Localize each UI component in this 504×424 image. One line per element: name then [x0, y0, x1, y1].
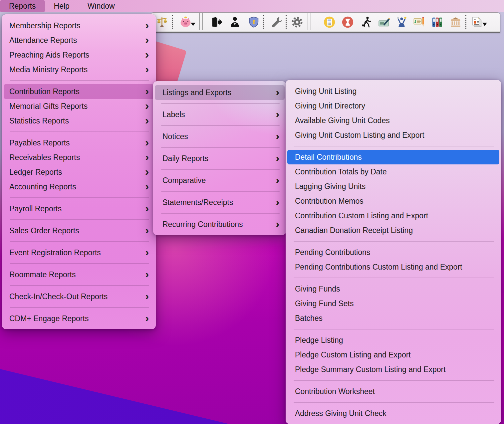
exit-door-icon[interactable]: [210, 15, 223, 29]
menu-separator: [286, 377, 501, 384]
menu-item-giving-unit-directory[interactable]: Giving Unit Directory: [287, 99, 499, 113]
menu-item-label: Contribution Reports: [9, 87, 80, 96]
menu-item-contribution-memos[interactable]: Contribution Memos: [287, 194, 499, 208]
menu-item-attendance-reports[interactable]: Attendance Reports›: [4, 33, 154, 48]
menu-item-daily-reports[interactable]: Daily Reports›: [155, 151, 285, 166]
menu-item-receivables-reports[interactable]: Receivables Reports›: [4, 150, 154, 165]
piggy-bank-icon[interactable]: [179, 15, 192, 29]
menu-item-label: Listings and Exports: [162, 88, 231, 97]
check-writing-icon[interactable]: [378, 15, 390, 29]
menu-item-label: Recurring Contributions: [162, 220, 243, 229]
menu-item-label: Contribution Memos: [295, 197, 364, 206]
menu-item-giving-fund-sets[interactable]: Giving Fund Sets: [287, 296, 499, 311]
payroll-check-icon[interactable]: [413, 15, 425, 29]
menu-item-label: Detail Contributions: [295, 153, 362, 162]
menu-bar: ReportsHelpWindow: [0, 0, 504, 12]
menu-item-label: Available Giving Unit Codes: [295, 116, 390, 125]
menu-item-pending-contributions[interactable]: Pending Contributions: [287, 245, 499, 260]
toolbar-separator: [286, 15, 287, 29]
menu-separator: [286, 325, 501, 333]
menu-item-accounting-reports[interactable]: Accounting Reports›: [4, 179, 154, 194]
menu-item-contribution-totals-by-date[interactable]: Contribution Totals by Date: [287, 164, 499, 179]
reports-doc-icon[interactable]: [471, 15, 483, 29]
bank-icon[interactable]: [449, 15, 462, 29]
menu-item-memorial-gifts-reports[interactable]: Memorial Gifts Reports›: [4, 99, 154, 113]
menu-item-pledge-listing[interactable]: Pledge Listing: [287, 333, 499, 347]
menu-separator: [286, 274, 501, 282]
menu-item-cdm-engage-reports[interactable]: CDM+ Engage Reports›: [4, 311, 154, 326]
menu-item-statistics-reports[interactable]: Statistics Reports›: [4, 113, 154, 128]
menu-separator: [2, 216, 156, 223]
menu-item-listings-and-exports[interactable]: Listings and Exports›: [155, 85, 285, 100]
menu-item-recurring-contributions[interactable]: Recurring Contributions›: [155, 217, 285, 232]
menu-item-address-giving-unit-check[interactable]: Address Giving Unit Check: [287, 406, 499, 421]
menu-separator: [153, 166, 286, 173]
calculator-icon[interactable]: [323, 15, 336, 29]
menu-item-pledge-summary-custom-listing-and-export[interactable]: Pledge Summary Custom Listing and Export: [287, 362, 499, 377]
menu-item-batches[interactable]: Batches: [287, 311, 499, 325]
menu-item-membership-reports[interactable]: Membership Reports›: [4, 18, 154, 33]
menu-item-label: Address Giving Unit Check: [295, 409, 386, 418]
user-icon[interactable]: [228, 15, 241, 29]
menu-separator: [2, 238, 156, 245]
menubar-item-reports[interactable]: Reports: [0, 0, 45, 12]
menu-item-lagging-giving-units[interactable]: Lagging Giving Units: [287, 179, 499, 194]
menu-item-notices[interactable]: Notices›: [155, 129, 285, 144]
menu-item-label: Memorial Gifts Reports: [9, 102, 88, 111]
scales-icon[interactable]: [155, 15, 168, 29]
hourglass-icon[interactable]: [341, 15, 354, 29]
menu-item-detail-contributions[interactable]: Detail Contributions: [287, 150, 499, 164]
menu-item-label: Giving Unit Custom Listing and Export: [295, 131, 424, 140]
menu-item-contribution-worksheet[interactable]: Contribution Worksheet: [287, 384, 499, 399]
menu-item-roommate-reports[interactable]: Roommate Reports›: [4, 267, 154, 282]
menu-item-label: Ledger Reports: [9, 168, 62, 177]
menu-item-label: Giving Unit Directory: [295, 102, 365, 110]
menu-item-statements-receipts[interactable]: Statements/Receipts›: [155, 195, 285, 210]
menu-item-labels[interactable]: Labels›: [155, 107, 285, 122]
reports-menu: Membership Reports›Attendance Reports›Pr…: [2, 14, 156, 329]
visitor-walking-icon[interactable]: [360, 15, 373, 29]
menu-item-preaching-aids-reports[interactable]: Preaching Aids Reports›: [4, 48, 154, 62]
menu-item-event-registration-reports[interactable]: Event Registration Reports›: [4, 245, 154, 260]
menu-item-contribution-reports[interactable]: Contribution Reports›: [4, 84, 154, 99]
toolbar-separator: [465, 15, 466, 29]
menu-item-label: Accounting Reports: [9, 182, 76, 191]
menu-separator: [153, 188, 286, 195]
menu-separator: [2, 282, 156, 289]
menu-item-giving-unit-listing[interactable]: Giving Unit Listing: [287, 84, 499, 99]
menu-item-label: Contribution Worksheet: [295, 387, 375, 396]
menu-separator: [2, 304, 156, 311]
menu-item-pending-contributions-custom-listing-and-export[interactable]: Pending Contributions Custom Listing and…: [287, 260, 499, 274]
ledger-binders-icon[interactable]: [431, 15, 443, 29]
menu-item-contribution-custom-listing-and-export[interactable]: Contribution Custom Listing and Export: [287, 208, 499, 223]
security-shield-icon[interactable]: [247, 15, 260, 29]
gear-icon[interactable]: [291, 15, 303, 29]
menu-item-giving-unit-custom-listing-and-export[interactable]: Giving Unit Custom Listing and Export: [287, 128, 499, 142]
menu-item-label: Pledge Listing: [295, 336, 343, 345]
menu-item-label: Contribution Custom Listing and Export: [295, 211, 428, 220]
menu-item-label: Payables Reports: [9, 138, 70, 147]
menu-item-label: Attendance Reports: [9, 36, 77, 45]
menu-separator: [2, 77, 156, 84]
menubar-item-help[interactable]: Help: [45, 0, 79, 12]
menubar-item-window[interactable]: Window: [79, 0, 124, 12]
menu-separator: [2, 128, 156, 135]
treasurer-icon[interactable]: [395, 15, 408, 29]
menu-separator: [2, 260, 156, 267]
wrench-icon[interactable]: [271, 15, 283, 29]
menu-separator: [153, 122, 286, 129]
menu-item-label: Canadian Donation Receipt Listing: [295, 226, 413, 235]
menu-item-giving-funds[interactable]: Giving Funds: [287, 282, 499, 296]
menu-item-available-giving-unit-codes[interactable]: Available Giving Unit Codes: [287, 113, 499, 128]
menu-item-comparative[interactable]: Comparative›: [155, 173, 285, 188]
menu-item-payroll-reports[interactable]: Payroll Reports›: [4, 201, 154, 216]
menu-item-pledge-custom-listing-and-export[interactable]: Pledge Custom Listing and Export: [287, 347, 499, 362]
menu-item-ledger-reports[interactable]: Ledger Reports›: [4, 165, 154, 179]
menu-item-sales-order-reports[interactable]: Sales Order Reports›: [4, 223, 154, 238]
menu-item-payables-reports[interactable]: Payables Reports›: [4, 135, 154, 150]
menu-separator: [2, 194, 156, 201]
menu-item-canadian-donation-receipt-listing[interactable]: Canadian Donation Receipt Listing: [287, 223, 499, 238]
menu-item-media-ministry-reports[interactable]: Media Ministry Reports›: [4, 62, 154, 77]
menu-item-label: Pending Contributions: [295, 248, 370, 257]
menu-item-check-in-check-out-reports[interactable]: Check-In/Check-Out Reports›: [4, 289, 154, 304]
